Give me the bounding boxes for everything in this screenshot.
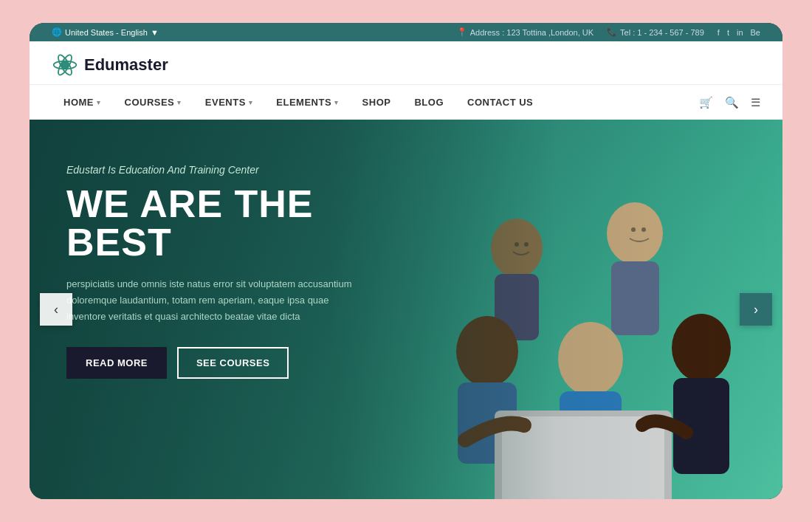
twitter-icon[interactable]: t (727, 28, 729, 37)
top-bar-info: 📍 Address : 123 Tottina ,London, UK 📞 Te… (457, 27, 760, 37)
home-arrow: ▾ (97, 99, 101, 106)
logo-icon (52, 52, 78, 78)
nav-item-elements[interactable]: ELEMENTS ▾ (264, 85, 350, 120)
address-icon: 📍 (457, 27, 467, 37)
slider-next-button[interactable]: › (740, 293, 772, 326)
nav-bar: HOME ▾ COURSES ▾ EVENTS ▾ ELEMENTS ▾ (30, 84, 782, 120)
chevron-right-icon: › (754, 302, 758, 317)
nav-item-shop[interactable]: SHOP (351, 85, 403, 120)
top-bar-left: 🌐 United States - English ▼ (52, 27, 159, 37)
language-selector[interactable]: 🌐 United States - English ▼ (52, 27, 159, 37)
chevron-left-icon: ‹ (54, 302, 58, 317)
read-more-button[interactable]: READ MORE (66, 347, 167, 379)
hero-content: Edustart Is Education And Training Cente… (30, 120, 443, 423)
phone-info: 📞 Tel : 1 - 234 - 567 - 789 (607, 27, 704, 37)
logo[interactable]: Edumaster (52, 41, 168, 84)
cart-icon[interactable]: 🛒 (699, 96, 713, 109)
menu-icon[interactable]: ☰ (751, 96, 760, 109)
nav-item-courses[interactable]: COURSES ▾ (113, 85, 193, 120)
nav-item-events[interactable]: EVENTS ▾ (193, 85, 265, 120)
social-icons: f t in Be (718, 28, 760, 37)
top-bar: 🌐 United States - English ▼ 📍 Address : … (30, 23, 782, 41)
events-arrow: ▾ (249, 99, 253, 106)
hero-section: Edustart Is Education And Training Cente… (30, 120, 782, 499)
website: 🌐 United States - English ▼ 📍 Address : … (30, 23, 782, 499)
search-icon[interactable]: 🔍 (725, 96, 739, 109)
hero-buttons: READ MORE SEE COURSES (66, 347, 406, 379)
hero-title: WE ARE THE BEST (66, 185, 406, 261)
see-courses-button[interactable]: SEE COURSES (177, 347, 289, 379)
instagram-icon[interactable]: in (737, 28, 743, 37)
behance-icon[interactable]: Be (751, 28, 760, 37)
nav-item-blog[interactable]: BLOG (402, 85, 455, 120)
hero-subtitle: Edustart Is Education And Training Cente… (66, 164, 406, 176)
address-info: 📍 Address : 123 Tottina ,London, UK (457, 27, 593, 37)
elements-arrow: ▾ (334, 99, 339, 106)
nav-icons: 🛒 🔍 ☰ (699, 96, 760, 109)
phone-text: Tel : 1 - 234 - 567 - 789 (620, 28, 704, 37)
header: Edumaster HOME ▾ COURSES ▾ EVENTS (30, 41, 782, 120)
logo-text: Edumaster (84, 55, 168, 75)
nav-item-home[interactable]: HOME ▾ (52, 85, 113, 120)
slider-prev-button[interactable]: ‹ (40, 293, 72, 326)
logo-bar: Edumaster (30, 41, 782, 84)
facebook-icon[interactable]: f (718, 28, 720, 37)
nav-links: HOME ▾ COURSES ▾ EVENTS ▾ ELEMENTS ▾ (52, 85, 545, 120)
phone-icon: 📞 (607, 27, 617, 37)
hero-description: perspiciatis unde omnis iste natus error… (66, 276, 354, 325)
courses-arrow: ▾ (177, 99, 182, 106)
language-arrow: ▼ (151, 28, 159, 37)
nav-item-contact[interactable]: CONTACT US (455, 85, 545, 120)
browser-frame: 🌐 United States - English ▼ 📍 Address : … (30, 23, 782, 499)
language-label: United States - English (65, 28, 148, 37)
address-text: Address : 123 Tottina ,London, UK (470, 28, 593, 37)
globe-icon: 🌐 (52, 27, 62, 37)
